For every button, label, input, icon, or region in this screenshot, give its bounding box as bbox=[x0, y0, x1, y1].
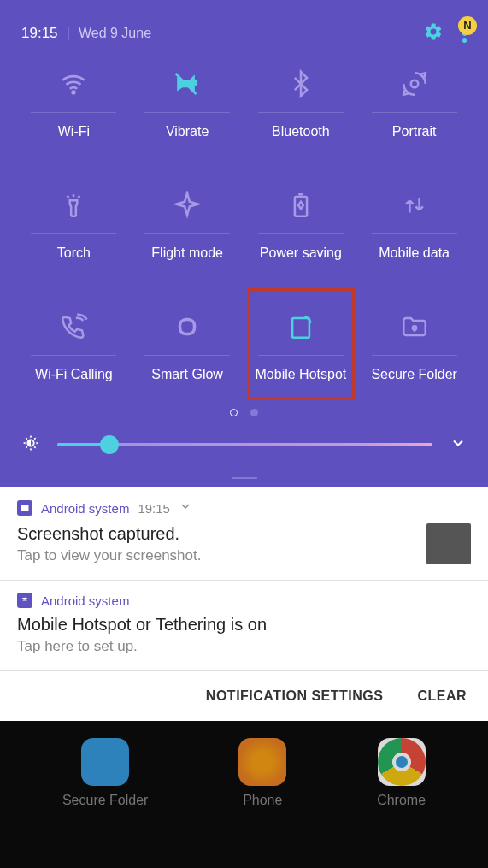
app-launcher-icon bbox=[378, 738, 426, 786]
app-name: Android system bbox=[41, 593, 129, 608]
home-app-secure-folder[interactable]: Secure Folder bbox=[62, 738, 149, 808]
tile-divider bbox=[372, 233, 457, 234]
tile-divider bbox=[372, 355, 457, 356]
tile-divider bbox=[258, 233, 344, 234]
brightness-slider[interactable] bbox=[57, 443, 432, 446]
notification-time: 19:15 bbox=[138, 501, 170, 516]
tile-label: Portrait bbox=[392, 123, 437, 141]
wifi-icon bbox=[59, 62, 88, 105]
bluetooth-icon bbox=[286, 62, 315, 105]
date: Wed 9 June bbox=[79, 26, 151, 41]
tile-label: Power saving bbox=[260, 245, 342, 263]
tile-divider bbox=[144, 233, 230, 234]
clock: 19:15 bbox=[21, 25, 58, 42]
svg-point-2 bbox=[410, 80, 418, 88]
notifications-list: Android system 19:15 Screenshot captured… bbox=[0, 487, 488, 671]
page-dot[interactable] bbox=[250, 409, 258, 416]
hotspot-icon bbox=[286, 305, 315, 348]
settings-icon[interactable] bbox=[423, 21, 444, 45]
tile-label: Flight mode bbox=[151, 245, 223, 263]
notification-header: Android system 19:15 bbox=[17, 499, 471, 517]
drag-handle[interactable] bbox=[0, 477, 488, 487]
tile-airplane[interactable]: Flight mode bbox=[131, 184, 244, 263]
svg-line-5 bbox=[79, 195, 79, 198]
tile-data[interactable]: Mobile data bbox=[357, 184, 471, 263]
status-right: N bbox=[423, 21, 467, 45]
vibrate-icon bbox=[172, 62, 203, 105]
page-indicator bbox=[0, 409, 488, 416]
tile-label: Wi-Fi Calling bbox=[35, 366, 113, 384]
quick-tiles-grid: Wi-Fi Vibrate Bluetooth Portrait Torch F… bbox=[0, 62, 488, 383]
app-launcher-icon bbox=[81, 738, 129, 786]
tile-torch[interactable]: Torch bbox=[17, 184, 131, 263]
page-dot-current[interactable] bbox=[230, 409, 238, 416]
clear-button[interactable]: CLEAR bbox=[417, 688, 467, 704]
svg-rect-9 bbox=[292, 318, 309, 338]
tile-divider bbox=[258, 355, 344, 356]
svg-line-4 bbox=[68, 195, 68, 198]
tile-bluetooth[interactable]: Bluetooth bbox=[244, 62, 358, 141]
tile-label: Torch bbox=[57, 245, 91, 263]
home-app-phone[interactable]: Phone bbox=[238, 738, 286, 808]
notification-body: Screenshot captured. Tap to view your sc… bbox=[17, 523, 471, 564]
app-name: Android system bbox=[41, 501, 129, 516]
data-icon bbox=[400, 184, 429, 227]
tile-vibrate[interactable]: Vibrate bbox=[131, 62, 244, 141]
tile-divider bbox=[258, 112, 344, 113]
notification-header: Android system bbox=[17, 593, 471, 608]
brightness-icon bbox=[21, 434, 40, 456]
glow-icon bbox=[173, 305, 202, 348]
svg-rect-11 bbox=[21, 505, 29, 511]
more-button[interactable]: N bbox=[462, 25, 467, 43]
folder-icon bbox=[400, 305, 429, 348]
app-launcher-icon bbox=[238, 738, 286, 786]
tile-label: Mobile data bbox=[379, 245, 450, 263]
chevron-down-icon[interactable] bbox=[450, 434, 467, 455]
home-app-chrome[interactable]: Chrome bbox=[377, 738, 426, 808]
notification-item[interactable]: Android system 19:15 Screenshot captured… bbox=[0, 487, 488, 581]
svg-rect-8 bbox=[180, 319, 195, 334]
tile-hotspot[interactable]: Mobile Hotspot bbox=[244, 305, 358, 384]
app-icon bbox=[17, 500, 32, 516]
screenshot-thumbnail bbox=[426, 523, 471, 564]
tile-label: Vibrate bbox=[166, 123, 209, 141]
notification-title: Mobile Hotspot or Tethering is on bbox=[17, 615, 267, 635]
notification-subtitle: Tap here to set up. bbox=[17, 638, 267, 655]
tile-label: Mobile Hotspot bbox=[256, 366, 347, 384]
chevron-down-icon[interactable] bbox=[179, 499, 192, 517]
tile-wificall[interactable]: Wi-Fi Calling bbox=[17, 305, 131, 384]
svg-point-0 bbox=[73, 92, 75, 94]
tile-divider bbox=[144, 355, 230, 356]
tile-glow[interactable]: Smart Glow bbox=[131, 305, 244, 384]
tile-label: Secure Folder bbox=[371, 366, 457, 384]
tile-battery[interactable]: Power saving bbox=[244, 184, 358, 263]
tile-wifi[interactable]: Wi-Fi bbox=[17, 62, 131, 141]
notification-item[interactable]: Android system Mobile Hotspot or Tetheri… bbox=[0, 581, 488, 671]
app-label: Chrome bbox=[377, 793, 426, 808]
tile-label: Smart Glow bbox=[151, 366, 223, 384]
tile-divider bbox=[372, 112, 457, 113]
tile-divider bbox=[31, 233, 116, 234]
rotation-icon bbox=[400, 62, 429, 105]
app-label: Secure Folder bbox=[62, 793, 149, 808]
slider-thumb[interactable] bbox=[100, 435, 119, 454]
torch-icon bbox=[59, 184, 88, 227]
notification-settings-button[interactable]: NOTIFICATION SETTINGS bbox=[206, 688, 384, 704]
battery-icon bbox=[286, 184, 315, 227]
tile-folder[interactable]: Secure Folder bbox=[357, 305, 471, 384]
brightness-row bbox=[0, 416, 488, 477]
status-bar: 19:15 | Wed 9 June N bbox=[0, 17, 488, 62]
quick-settings-panel: 19:15 | Wed 9 June N Wi-Fi Vibrate Bluet… bbox=[0, 0, 488, 487]
home-screen-background: Secure Folder Phone Chrome bbox=[0, 721, 488, 825]
app-icon bbox=[17, 593, 32, 608]
time-divider: | bbox=[67, 25, 70, 42]
app-label: Phone bbox=[243, 793, 282, 808]
tile-rotation[interactable]: Portrait bbox=[357, 62, 471, 141]
notification-actions: NOTIFICATION SETTINGS CLEAR bbox=[0, 671, 488, 721]
notification-body: Mobile Hotspot or Tethering is on Tap he… bbox=[17, 615, 471, 655]
notification-badge: N bbox=[458, 16, 477, 35]
airplane-icon bbox=[173, 184, 202, 227]
tile-label: Wi-Fi bbox=[58, 123, 90, 141]
tile-divider bbox=[144, 112, 230, 113]
tile-divider bbox=[31, 112, 116, 113]
